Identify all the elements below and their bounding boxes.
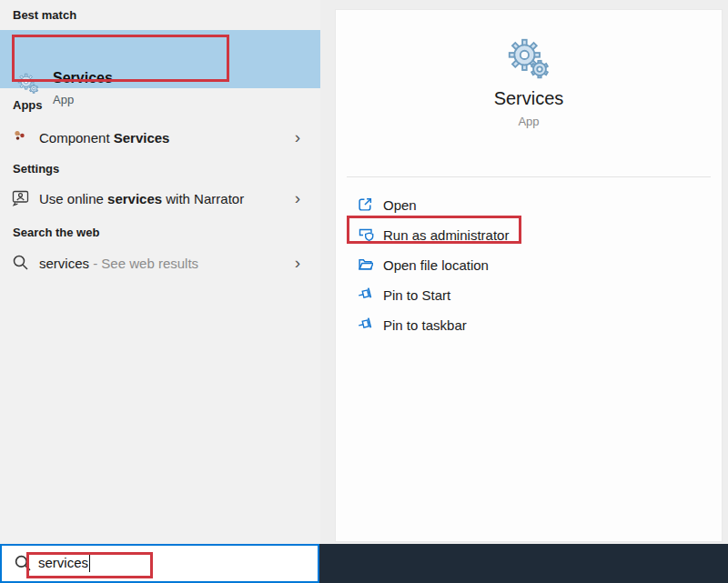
narrator-icon (12, 190, 30, 210)
services-gears-icon-large (336, 37, 722, 85)
best-match-header: Best match (13, 8, 76, 22)
action-label: Open file location (383, 257, 489, 273)
apps-header: Apps (13, 98, 43, 112)
search-results-panel: Best match (0, 0, 320, 544)
pin-icon (358, 317, 374, 335)
pin-icon (358, 286, 374, 305)
result-component-services[interactable]: Component Services › (0, 126, 320, 153)
app-detail-panel: Services App Open (320, 0, 728, 544)
action-label: Pin to taskbar (383, 317, 467, 333)
app-subtitle: App (336, 115, 722, 128)
action-label: Run as administrator (383, 227, 509, 243)
folder-icon (358, 256, 373, 276)
taskbar-search-box[interactable]: services (0, 544, 319, 583)
taskbar-search-input[interactable]: services (38, 555, 88, 570)
app-hero: Services App (336, 10, 722, 128)
best-match-subtitle: App (53, 93, 74, 106)
chevron-right-icon: › (295, 189, 300, 207)
chevron-right-icon: › (295, 128, 300, 146)
result-web-search-services[interactable]: services - See web results › (0, 251, 320, 278)
result-narrator-services[interactable]: Use online services with Narrator › (0, 186, 320, 214)
text-caret (89, 553, 90, 572)
windows-start-search: Best match (0, 0, 728, 583)
best-match-result-services[interactable]: Services App (0, 30, 320, 88)
settings-header: Settings (13, 162, 59, 176)
search-icon (14, 554, 32, 576)
result-label: services - See web results (39, 256, 198, 271)
action-pin-to-start[interactable]: Pin to Start (336, 285, 722, 307)
action-pin-to-taskbar[interactable]: Pin to taskbar (336, 315, 722, 337)
open-icon (358, 196, 373, 216)
action-run-as-administrator[interactable]: Run as administrator (336, 225, 722, 246)
action-label: Open (383, 197, 417, 213)
taskbar: services n (0, 544, 728, 583)
shield-icon (358, 226, 375, 246)
action-open-file-location[interactable]: Open file location (336, 255, 722, 276)
search-icon (12, 254, 29, 275)
divider (347, 176, 711, 177)
best-match-title: Services (53, 70, 113, 86)
chevron-right-icon: › (295, 254, 300, 272)
action-open[interactable]: Open (336, 195, 722, 216)
result-label: Use online services with Narrator (39, 191, 244, 206)
action-label: Pin to Start (383, 287, 450, 303)
result-label: Component Services (39, 130, 169, 146)
search-web-header: Search the web (13, 226, 99, 239)
app-detail-card: Services App Open (335, 9, 723, 542)
app-title: Services (336, 88, 722, 109)
component-services-icon (12, 127, 28, 147)
services-gears-icon (15, 72, 41, 99)
